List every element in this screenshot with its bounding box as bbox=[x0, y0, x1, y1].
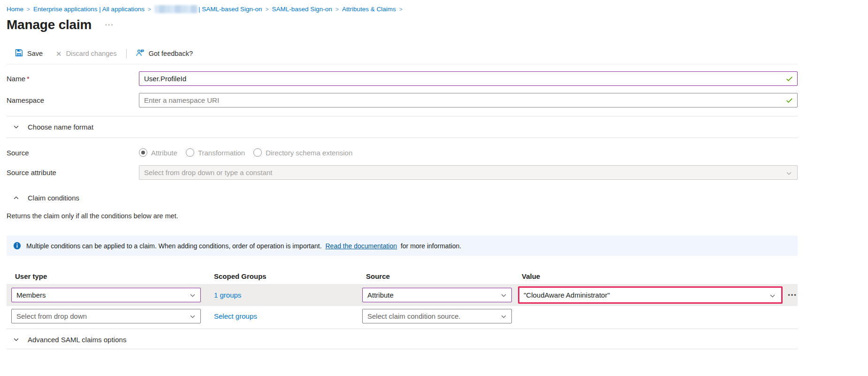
claim-conditions-label: Claim conditions bbox=[28, 194, 79, 202]
header-value: Value bbox=[513, 272, 784, 280]
title-more-options-icon[interactable]: ··· bbox=[102, 20, 116, 30]
chevron-down-icon bbox=[501, 313, 507, 321]
command-bar: Save ✕ Discard changes Got feedback? bbox=[0, 46, 868, 61]
choose-name-format-toggle[interactable]: Choose name format bbox=[13, 116, 868, 138]
select-groups-link[interactable]: Select groups bbox=[206, 312, 358, 320]
source-attribute-placeholder: Select from drop down or type a constant bbox=[144, 169, 272, 176]
breadcrumb-attributes-claims[interactable]: Attributes & Claims bbox=[342, 6, 396, 13]
chevron-right-icon: > bbox=[266, 6, 269, 13]
source-radio-group: Attribute Transformation Directory schem… bbox=[139, 148, 352, 157]
condition-row: Members 1 groups Attribute "CloudAware A… bbox=[7, 284, 798, 306]
choose-name-format-label: Choose name format bbox=[28, 123, 93, 131]
chevron-right-icon: > bbox=[399, 6, 403, 13]
breadcrumb-app-saml[interactable]: | SAML-based Sign-on bbox=[154, 5, 262, 13]
chevron-right-icon: > bbox=[148, 6, 151, 13]
chevron-down-icon bbox=[190, 313, 196, 321]
chevron-up-icon bbox=[13, 195, 19, 201]
header-user-type: User type bbox=[7, 272, 206, 280]
info-banner-text: Multiple conditions can be applied to a … bbox=[26, 242, 461, 250]
chevron-down-icon bbox=[13, 337, 19, 343]
breadcrumb-saml-signon[interactable]: SAML-based Sign-on bbox=[272, 6, 332, 13]
required-asterisk: * bbox=[27, 75, 30, 83]
namespace-input[interactable] bbox=[139, 93, 798, 107]
claim-conditions-description: Returns the claim only if all the condit… bbox=[7, 209, 868, 220]
discard-button-label: Discard changes bbox=[66, 50, 117, 57]
condition-row-new: Select from drop down Select groups Sele… bbox=[7, 306, 798, 326]
breadcrumb-home[interactable]: Home bbox=[7, 6, 23, 13]
chevron-down-icon bbox=[13, 124, 19, 130]
conditions-table: User type Scoped Groups Source Value Mem… bbox=[7, 268, 798, 326]
read-documentation-link[interactable]: Read the documentation bbox=[325, 242, 397, 250]
feedback-button-label: Got feedback? bbox=[149, 50, 193, 57]
condition-value-dropdown[interactable]: "CloudAware Administrator" bbox=[518, 286, 783, 304]
info-icon bbox=[13, 242, 21, 250]
claim-conditions-toggle[interactable]: Claim conditions bbox=[13, 187, 868, 208]
source-field-label: Source bbox=[7, 149, 139, 157]
feedback-person-icon bbox=[136, 49, 145, 58]
chevron-down-icon bbox=[501, 292, 507, 300]
redacted-app-name bbox=[154, 5, 198, 13]
header-scoped-groups: Scoped Groups bbox=[206, 272, 358, 280]
user-type-dropdown[interactable]: Members bbox=[11, 288, 201, 302]
condition-source-dropdown[interactable]: Attribute bbox=[362, 288, 512, 302]
source-attribute-dropdown[interactable]: Select from drop down or type a constant bbox=[139, 165, 798, 180]
toolbar-divider bbox=[126, 49, 127, 58]
namespace-field-label: Namespace bbox=[7, 96, 139, 104]
advanced-saml-options-label: Advanced SAML claims options bbox=[28, 336, 126, 344]
breadcrumb: Home > Enterprise applications | All app… bbox=[0, 0, 868, 13]
user-type-value: Members bbox=[16, 291, 46, 299]
breadcrumb-app-saml-label: | SAML-based Sign-on bbox=[198, 6, 262, 13]
valid-check-icon bbox=[785, 75, 793, 84]
claim-name-input[interactable] bbox=[139, 71, 798, 86]
page-title: Manage claim bbox=[7, 17, 91, 32]
save-button[interactable]: Save bbox=[12, 47, 46, 60]
advanced-saml-options-toggle[interactable]: Advanced SAML claims options bbox=[13, 330, 868, 349]
radio-directory-schema-extension[interactable]: Directory schema extension bbox=[253, 148, 352, 157]
radio-unselected-icon bbox=[186, 148, 194, 157]
divider bbox=[7, 329, 798, 329]
chevron-right-icon: > bbox=[27, 6, 30, 13]
save-button-label: Save bbox=[27, 50, 43, 57]
discard-changes-button[interactable]: ✕ Discard changes bbox=[53, 48, 120, 59]
toolbar-rule bbox=[7, 64, 798, 64]
scoped-groups-link[interactable]: 1 groups bbox=[206, 291, 358, 299]
breadcrumb-enterprise-applications[interactable]: Enterprise applications | All applicatio… bbox=[33, 6, 145, 13]
valid-check-icon bbox=[785, 96, 793, 106]
condition-source-dropdown-new[interactable]: Select claim condition source. bbox=[362, 309, 512, 323]
discard-x-icon: ✕ bbox=[56, 50, 62, 57]
chevron-down-icon bbox=[769, 292, 776, 300]
condition-source-placeholder: Select claim condition source. bbox=[367, 312, 460, 320]
info-banner: Multiple conditions can be applied to a … bbox=[7, 236, 798, 256]
name-field-label: Name* bbox=[7, 75, 139, 83]
condition-value: "CloudAware Administrator" bbox=[524, 291, 610, 299]
user-type-dropdown-new[interactable]: Select from drop down bbox=[11, 309, 201, 323]
divider bbox=[7, 349, 798, 349]
chevron-down-icon bbox=[190, 292, 196, 300]
chevron-right-icon: > bbox=[335, 6, 339, 13]
divider bbox=[7, 138, 798, 138]
source-attribute-field-label: Source attribute bbox=[7, 169, 139, 176]
got-feedback-button[interactable]: Got feedback? bbox=[133, 47, 196, 60]
radio-selected-icon bbox=[139, 148, 147, 157]
save-icon bbox=[15, 49, 23, 58]
user-type-placeholder: Select from drop down bbox=[16, 312, 87, 320]
radio-unselected-icon bbox=[253, 148, 262, 157]
chevron-down-icon bbox=[786, 170, 792, 178]
row-more-options-icon[interactable]: ••• bbox=[784, 292, 798, 299]
radio-attribute[interactable]: Attribute bbox=[139, 148, 177, 157]
condition-source-value: Attribute bbox=[367, 291, 394, 299]
header-source: Source bbox=[358, 272, 513, 280]
radio-transformation[interactable]: Transformation bbox=[186, 148, 245, 157]
conditions-table-header: User type Scoped Groups Source Value bbox=[7, 268, 798, 284]
